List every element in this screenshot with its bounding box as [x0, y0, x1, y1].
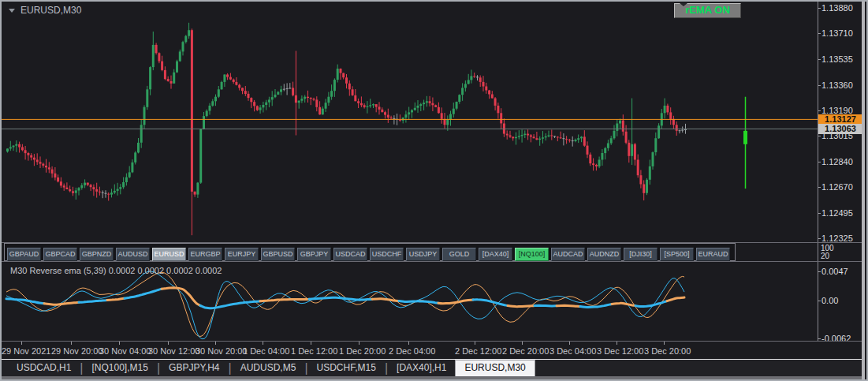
indicator-tick-label: -0.0062: [821, 334, 862, 343]
rema-button-notch-icon: [680, 3, 687, 6]
time-tick-label: 30 Nov 12:00: [148, 346, 199, 356]
symbol-button-sp500[interactable]: [SP500]: [660, 248, 694, 261]
symbol-button-gbpnzd[interactable]: GBPNZD: [80, 248, 114, 261]
price-tick-label: 1.12670: [821, 182, 862, 192]
price-tick-label: 1.13535: [821, 54, 862, 64]
time-tick: [664, 342, 665, 345]
time-tick: [522, 342, 523, 345]
indicator-tick-label: 0.0047: [821, 267, 862, 276]
time-tick: [408, 342, 409, 345]
price-lines: [2, 119, 818, 129]
indicator-tick: [818, 271, 821, 272]
chart-tab-audusd-m5[interactable]: AUDUSD,M5: [232, 360, 305, 376]
time-tick-label: 29 Nov 20:00: [51, 346, 102, 356]
reverse-ema-slow-line: [6, 271, 684, 339]
symbol-button-audusd[interactable]: AUDUSD: [116, 248, 150, 261]
symbolbar-indicator-divider: [2, 261, 865, 262]
live-candle: [743, 97, 747, 189]
time-tick: [263, 342, 263, 345]
symbol-button-gbpjpy[interactable]: GBPJPY: [297, 248, 331, 261]
candlestick-chart[interactable]: [2, 2, 818, 242]
symbol-button-gold[interactable]: GOLD: [442, 248, 476, 261]
time-tick-label: 1 Dec 04:00: [243, 346, 289, 356]
time-tick-label: 30 Nov 20:00: [196, 346, 247, 356]
time-tick: [168, 342, 169, 345]
symbol-button-dji30[interactable]: [DJI30]: [624, 248, 658, 261]
price-tick-label: 1.13880: [821, 3, 862, 13]
terminal-window: EURUSD,M30 rEMA ON 1.138801.137101.13535…: [0, 0, 868, 381]
window-border-top: [0, 0, 868, 2]
chart-tab-usdchf-m15[interactable]: USDCHF,M15: [308, 360, 385, 376]
window-border-left: [0, 0, 2, 381]
symbol-button-dax40[interactable]: [DAX40]: [479, 248, 512, 261]
chart-title: EURUSD,M30: [9, 5, 81, 16]
time-tick-label: 29 Nov 2021: [2, 346, 50, 356]
scale-value-20: 20: [821, 252, 834, 260]
symbol-button-audcad[interactable]: AUDCAD: [551, 248, 585, 261]
symbol-button-usdchf[interactable]: USDCHF: [370, 248, 404, 261]
time-tick-label: 3 Dec 12:00: [597, 346, 643, 356]
symbol-button-usdcad[interactable]: USDCAD: [333, 248, 367, 261]
time-tick: [215, 342, 216, 345]
time-tick-label: 2 Dec 12:00: [455, 346, 501, 356]
chart-tab--dax40--h1[interactable]: [DAX40],H1: [388, 360, 455, 376]
indicator-tick-label: 0.00: [821, 296, 862, 305]
price-tick-label: 1.13710: [821, 28, 862, 38]
chart-tab-eurusd-m30[interactable]: EURUSD,M30: [455, 360, 535, 376]
reverse-ema-fast-line: [6, 272, 684, 336]
symbol-button-euraud[interactable]: EURAUD: [696, 248, 730, 261]
time-tick-label: 2 Dec 04:00: [389, 346, 435, 356]
symbol-button-eurjpy[interactable]: EURJPY: [225, 248, 259, 261]
time-tick-label: 30 Nov 04:00: [99, 346, 151, 356]
symbol-button-usdjpy[interactable]: USDJPY: [406, 248, 440, 261]
symbol-button-gbpaud[interactable]: GBPAUD: [7, 248, 41, 261]
indicator-tick: [818, 301, 821, 301]
time-tick-label: 3 Dec 20:00: [644, 346, 691, 356]
time-tick: [617, 342, 617, 345]
time-tick: [21, 342, 22, 345]
symbol-quick-bar: GBPAUDGBPCADGBPNZDAUDUSDEURUSDEURGBPEURJ…: [4, 243, 736, 261]
time-tick-label: 1 Dec 20:00: [339, 346, 386, 356]
symbol-button-nq100[interactable]: [NQ100]: [515, 248, 549, 261]
indicator-timeaxis-divider: [2, 341, 865, 342]
time-tick: [119, 342, 120, 345]
axis-separator-line: [818, 2, 818, 342]
chart-tab--nq100--m15[interactable]: [NQ100],M15: [84, 360, 157, 376]
price-tick-label: 1.12495: [821, 208, 862, 218]
indicator-name-label: M30 Reverse ema (5,39) 0.0002 0.0002 0.0…: [10, 266, 222, 275]
symbol-button-eurgbp[interactable]: EURGBP: [188, 248, 222, 261]
price-tick-label: 1.12840: [821, 157, 862, 166]
time-tick: [475, 342, 475, 345]
indicator-signal-line: [6, 288, 684, 308]
chevron-down-icon[interactable]: [9, 9, 15, 13]
time-tick-label: 2 Dec 20:00: [502, 346, 549, 356]
indicator-thin-lines: [6, 271, 684, 339]
time-tick: [71, 342, 72, 345]
window-right-edge: [862, 2, 865, 379]
indicator-tick: [818, 338, 821, 339]
time-tick: [359, 342, 359, 345]
chart-tab-bar: USDCAD,H1|[NQ100],M15|GBPJPY,H4|AUDUSD,M…: [2, 360, 865, 376]
chart-tab-usdcad-h1[interactable]: USDCAD,H1: [8, 360, 80, 376]
time-tick: [569, 342, 570, 345]
time-tick: [311, 342, 311, 345]
symbol-button-gbpusd[interactable]: GBPUSD: [261, 248, 295, 261]
price-tick-label: 1.13360: [821, 80, 862, 90]
symbol-button-gbpcad[interactable]: GBPCAD: [43, 248, 77, 261]
chart-tab-gbpjpy-h4[interactable]: GBPJPY,H4: [160, 360, 228, 376]
symbol-button-eurusd[interactable]: EURUSD: [152, 248, 186, 261]
time-tick-label: 1 Dec 12:00: [291, 346, 337, 356]
chart-symbol-label: EURUSD,M30: [20, 5, 81, 16]
bid-price-label: 1.13063: [818, 124, 862, 134]
indicator-scale-values: 100 20: [821, 245, 834, 260]
symbol-button-audnzd[interactable]: AUDNZD: [587, 248, 621, 261]
time-tick-label: 3 Dec 04:00: [549, 346, 596, 356]
